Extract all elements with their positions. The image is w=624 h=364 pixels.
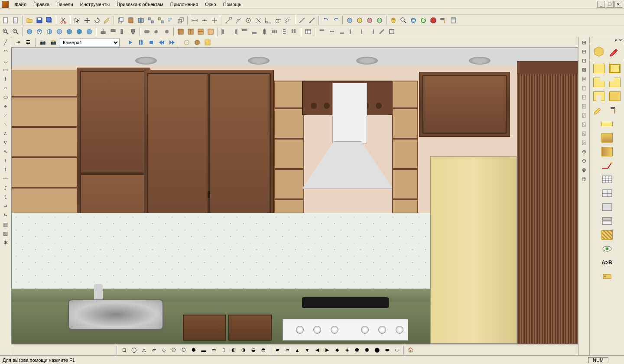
r1-j[interactable]: ⍂: [579, 120, 589, 129]
panel-close-icon[interactable]: ✕: [618, 38, 623, 44]
hammer-button[interactable]: [439, 16, 448, 25]
align-1-button[interactable]: [220, 27, 229, 36]
draw-curve2-icon[interactable]: ≀: [1, 156, 10, 165]
new-file-button[interactable]: [1, 16, 10, 25]
draw-poly4-icon[interactable]: ∨: [1, 138, 10, 147]
ungroup-button[interactable]: [156, 16, 166, 25]
shape-2[interactable]: ◯: [129, 346, 139, 354]
extrude-a-button[interactable]: [98, 27, 108, 36]
pause-button[interactable]: [136, 38, 146, 47]
shape-16[interactable]: ▰: [273, 346, 282, 354]
line-button[interactable]: [297, 16, 307, 25]
open-button[interactable]: [25, 16, 34, 25]
dim-end-button[interactable]: [190, 16, 199, 25]
view-wire-icon[interactable]: [182, 38, 192, 47]
lib-shape-panel1[interactable]: [591, 131, 623, 144]
box-c-button[interactable]: [365, 16, 374, 25]
menu-panels[interactable]: Панели: [53, 1, 76, 8]
draw-poly2-icon[interactable]: ⟍: [1, 120, 10, 129]
panel-b-button[interactable]: [186, 27, 195, 36]
panel-d-button[interactable]: [206, 27, 215, 36]
r1-h[interactable]: ⌻: [579, 102, 589, 110]
r1-trash-icon[interactable]: 🗑: [579, 175, 589, 183]
shape-20[interactable]: ◀: [312, 346, 322, 354]
r1-d[interactable]: ⊠: [579, 65, 589, 74]
shape-28[interactable]: ⬭: [392, 346, 402, 354]
view-iso3-button[interactable]: [84, 27, 94, 36]
op-4-button[interactable]: [347, 27, 357, 36]
restore-button[interactable]: ❐: [606, 1, 614, 8]
align-4-button[interactable]: [250, 27, 259, 36]
view-iso1-button[interactable]: [65, 27, 74, 36]
line-seg-button[interactable]: [307, 16, 317, 25]
view-iso2-button[interactable]: [75, 27, 84, 36]
view-side-button[interactable]: [45, 27, 54, 36]
lib-shape-u1[interactable]: [591, 90, 607, 103]
r1-e[interactable]: ⌸: [579, 75, 589, 83]
dist-v-button[interactable]: [280, 27, 289, 36]
lib-shape-u2[interactable]: [607, 90, 624, 103]
lib-shape-l1[interactable]: [591, 76, 607, 89]
shape-18[interactable]: ▲: [292, 346, 302, 354]
mirror-button[interactable]: [136, 16, 146, 25]
align-3-button[interactable]: [240, 27, 249, 36]
shape-12[interactable]: ◐: [229, 346, 238, 354]
shape-9[interactable]: ▬: [199, 346, 208, 354]
shape-3[interactable]: △: [139, 346, 149, 354]
panel-a-button[interactable]: [176, 27, 185, 36]
snap-intersect-button[interactable]: [254, 16, 263, 25]
dist-h-button[interactable]: [270, 27, 279, 36]
r1-c[interactable]: ⊡: [579, 56, 589, 65]
r1-g[interactable]: ⌺: [579, 93, 589, 101]
draw-arc2-icon[interactable]: ◡: [1, 56, 10, 65]
shape-15[interactable]: ◓: [259, 346, 268, 354]
refresh-button[interactable]: [419, 16, 428, 25]
shape-14[interactable]: ◒: [249, 346, 258, 354]
menu-window[interactable]: Окно: [202, 1, 220, 8]
save-button[interactable]: [35, 16, 44, 25]
box-a-button[interactable]: [345, 16, 354, 25]
shape-1[interactable]: ◻: [119, 346, 129, 354]
panel-c-button[interactable]: [196, 27, 205, 36]
op-7-button[interactable]: [377, 27, 387, 36]
r1-f[interactable]: ⌹: [579, 84, 589, 92]
draw-path2-icon[interactable]: ⤵: [1, 193, 10, 202]
shape-22[interactable]: ◆: [332, 346, 342, 354]
view-back-button[interactable]: [55, 27, 64, 36]
shape-13[interactable]: ◑: [239, 346, 248, 354]
camera-select[interactable]: Камера1: [59, 39, 120, 46]
lib-leader-icon[interactable]: [591, 159, 623, 172]
r1-i[interactable]: ⍁: [579, 111, 589, 120]
snap-tangent-button[interactable]: [273, 16, 283, 25]
shape-26[interactable]: ⬤: [372, 346, 382, 354]
draw-arc-icon[interactable]: ◠: [1, 47, 10, 56]
snap-center-button[interactable]: [244, 16, 253, 25]
save-all-button[interactable]: [45, 16, 54, 25]
lib-grid1-icon[interactable]: [591, 173, 623, 186]
snap-near-button[interactable]: [283, 16, 293, 25]
draw-line-icon[interactable]: ╱: [1, 38, 10, 47]
view-top-button[interactable]: [35, 27, 44, 36]
lib-grid3-icon[interactable]: [591, 201, 623, 214]
draw-text-icon[interactable]: T: [1, 75, 10, 83]
stop-button[interactable]: [429, 16, 438, 25]
lib-shape-panel2[interactable]: [591, 145, 623, 158]
r1-b[interactable]: ⊟: [579, 47, 589, 56]
r1-n[interactable]: ⊖: [579, 156, 589, 165]
r1-k[interactable]: ⍃: [579, 129, 589, 138]
menu-snap[interactable]: Привязка к объектам: [113, 1, 167, 8]
shape-10[interactable]: ▭: [209, 346, 218, 354]
snap-mid-button[interactable]: [234, 16, 243, 25]
draw-poly3-icon[interactable]: ∧: [1, 129, 10, 138]
view-front-button[interactable]: [25, 27, 34, 36]
shape-17[interactable]: ▱: [283, 346, 292, 354]
r1-m[interactable]: ⊕: [579, 147, 589, 156]
shape-23[interactable]: ◈: [342, 346, 352, 354]
cam-tree-icon[interactable]: ☲: [23, 38, 33, 47]
dim-cross-button[interactable]: [210, 16, 219, 25]
lib-shape-rect[interactable]: [591, 62, 607, 75]
scale-button[interactable]: [176, 16, 185, 25]
pointer-button[interactable]: [72, 16, 82, 25]
op-6-button[interactable]: [367, 27, 377, 36]
draw-path4-icon[interactable]: ⤷: [1, 211, 10, 220]
